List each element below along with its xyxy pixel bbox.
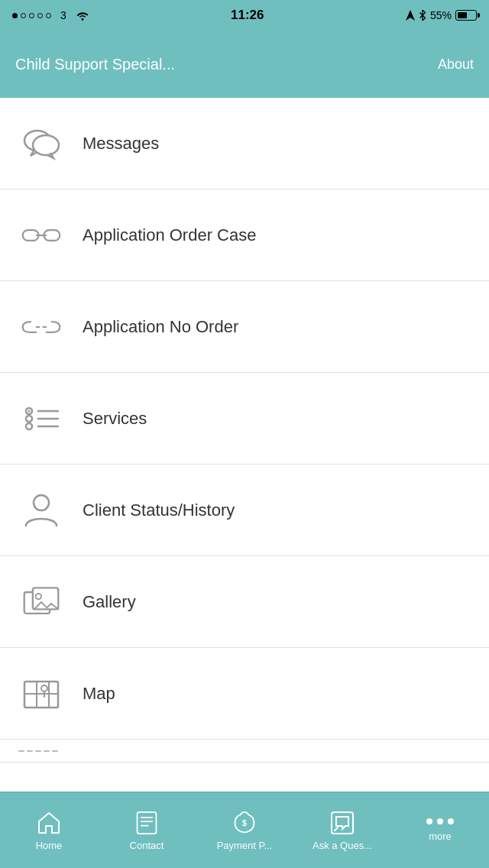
link-icon-2	[18, 304, 64, 350]
nav-bar: Child Support Special... About	[0, 31, 489, 98]
tab-contact-label: Contact	[130, 840, 164, 851]
tab-payment[interactable]: $ Payment P...	[196, 809, 293, 851]
svg-point-2	[33, 135, 59, 155]
signal-dot-1	[12, 13, 18, 18]
home-icon	[35, 809, 63, 837]
tab-bar: Home Contact $ Payment P...	[0, 792, 489, 868]
link-icon	[18, 212, 64, 258]
svg-point-11	[28, 410, 31, 412]
tab-more-label: more	[429, 831, 452, 842]
tab-more[interactable]: more	[391, 818, 489, 842]
svg-point-10	[26, 423, 32, 429]
signal-dot-5	[46, 13, 51, 18]
client-status-history-label: Client Status/History	[83, 500, 235, 520]
menu-item-application-no-order[interactable]: Application No Order	[0, 281, 489, 373]
svg-marker-0	[406, 10, 415, 21]
more-icon	[426, 818, 454, 824]
services-label: Services	[83, 409, 147, 429]
menu-item-application-order-case[interactable]: Application Order Case	[0, 189, 489, 281]
battery-indicator	[455, 10, 477, 21]
person-icon	[18, 487, 64, 533]
payment-icon: $	[231, 809, 258, 837]
signal-dot-3	[29, 13, 34, 18]
menu-item-messages[interactable]: Messages	[0, 98, 489, 189]
map-label: Map	[83, 684, 115, 704]
ask-icon	[329, 809, 356, 837]
contact-icon	[133, 809, 160, 837]
svg-point-9	[26, 416, 32, 422]
messages-icon	[18, 121, 64, 167]
signal-dot-2	[21, 13, 26, 18]
menu-item-map[interactable]: Map	[0, 648, 489, 740]
status-bar: 3 11:26 55%	[0, 0, 489, 31]
menu-item-gallery[interactable]: Gallery	[0, 556, 489, 648]
tab-ask[interactable]: Ask a Ques...	[293, 809, 391, 851]
location-icon	[406, 10, 415, 21]
nav-title: Child Support Special...	[15, 56, 175, 73]
gallery-label: Gallery	[83, 592, 136, 612]
status-right: 55%	[406, 9, 477, 21]
tab-home-label: Home	[36, 840, 63, 851]
status-left: 3	[12, 9, 89, 21]
battery-percent: 55%	[430, 9, 452, 21]
menu-item-partial	[0, 740, 489, 763]
application-no-order-label: Application No Order	[83, 317, 238, 337]
tab-home[interactable]: Home	[0, 809, 98, 851]
gallery-icon	[18, 579, 64, 625]
signal-dot-4	[37, 13, 43, 18]
menu-list: Messages Application Order Case Applicat…	[0, 98, 489, 792]
map-icon	[18, 671, 64, 717]
svg-point-15	[34, 495, 49, 510]
svg-point-23	[41, 685, 47, 691]
wifi-icon	[76, 10, 89, 21]
menu-item-client-status-history[interactable]: Client Status/History	[0, 465, 489, 556]
about-button[interactable]: About	[438, 57, 474, 73]
menu-item-services[interactable]: Services	[0, 373, 489, 465]
svg-rect-24	[138, 812, 157, 834]
bluetooth-icon	[419, 10, 426, 21]
carrier-label: 3	[60, 9, 66, 21]
application-order-case-label: Application Order Case	[83, 225, 256, 245]
svg-text:$: $	[242, 818, 247, 828]
messages-label: Messages	[83, 134, 159, 154]
tab-payment-label: Payment P...	[217, 840, 273, 851]
tab-contact[interactable]: Contact	[98, 809, 196, 851]
status-time: 11:26	[231, 8, 264, 23]
services-icon	[18, 396, 64, 442]
tab-ask-label: Ask a Ques...	[313, 840, 372, 851]
